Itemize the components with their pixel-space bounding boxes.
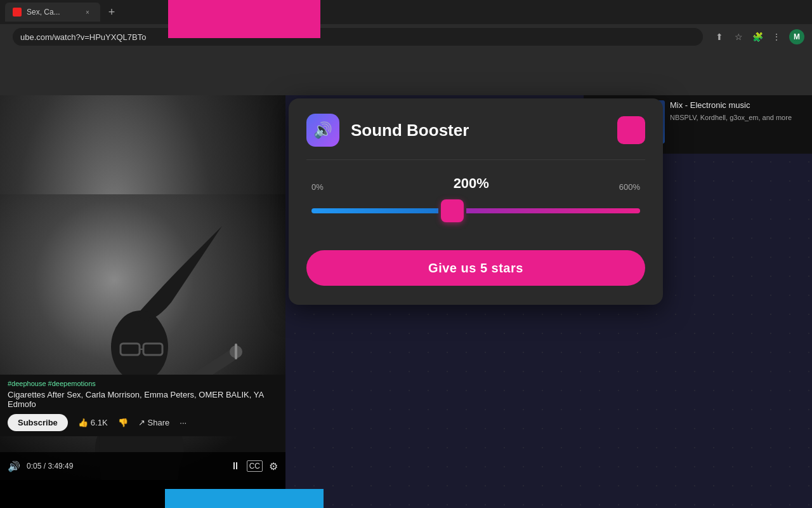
bookmark-icon[interactable]: ☆ xyxy=(732,30,745,43)
popup-toggle-button[interactable] xyxy=(617,116,645,144)
slider-filled-right xyxy=(466,208,640,213)
slider-labels: 0% 200% 600% xyxy=(311,175,640,192)
share-label: Share xyxy=(148,418,170,427)
more-actions-button[interactable]: ··· xyxy=(180,418,187,427)
slider-handle[interactable] xyxy=(441,199,464,222)
browser-tabs: Sex, Ca... × + xyxy=(0,0,812,24)
cc-button[interactable]: CC xyxy=(247,460,263,472)
share-icon[interactable]: ⬆ xyxy=(713,30,726,43)
new-tab-button[interactable]: + xyxy=(103,3,121,21)
address-bar[interactable]: ube.com/watch?v=HPuYXQL7BTo xyxy=(13,28,703,46)
top-pink-banner xyxy=(168,0,320,38)
video-player-area: 🔊 0:05 / 3:49:49 ⏸ CC ⚙ xyxy=(0,95,285,508)
settings-button[interactable]: ⚙ xyxy=(269,460,278,472)
popup-title: Sound Booster xyxy=(351,121,606,140)
volume-button[interactable]: 🔊 xyxy=(8,460,20,472)
video-title: Cigarettes After Sex, Carla Morrison, Em… xyxy=(8,390,278,409)
like-icon: 👍 xyxy=(78,418,88,427)
profile-avatar[interactable]: M xyxy=(789,29,804,44)
video-tags: #deephouse #deepemotions xyxy=(8,380,278,387)
sidebar-video-info: Mix - Electronic music NBSPLV, Kordhell,… xyxy=(670,100,792,144)
slider-current-label: 200% xyxy=(454,175,489,192)
sidebar-video-title: Mix - Electronic music xyxy=(670,100,792,111)
bottom-blue-banner xyxy=(165,489,324,508)
slider-filled-left xyxy=(311,208,438,213)
sound-booster-popup: 🔊 Sound Booster 0% 200% 600% Give us 5 s… xyxy=(289,98,663,305)
svg-rect-4 xyxy=(235,344,237,359)
tab-label: Sex, Ca... xyxy=(27,8,60,17)
like-button[interactable]: 👍 6.1K xyxy=(78,418,108,427)
browser-tab-active[interactable]: Sex, Ca... × xyxy=(5,3,100,22)
play-button[interactable]: ⏸ xyxy=(230,460,240,472)
video-controls[interactable]: 🔊 0:05 / 3:49:49 ⏸ CC ⚙ xyxy=(0,452,285,480)
more-icon[interactable]: ⋮ xyxy=(770,30,783,43)
like-count: 6.1K xyxy=(91,418,108,427)
volume-slider-track[interactable] xyxy=(311,197,640,225)
video-actions: Subscribe 👍 6.1K 👎 ↗ Share ··· xyxy=(8,414,278,431)
video-timestamp: 0:05 / 3:49:49 xyxy=(27,462,73,471)
speaker-icon: 🔊 xyxy=(313,121,332,139)
sidebar-channel-name: NBSPLV, Kordhell, g3ox_em, and more xyxy=(670,114,792,121)
address-text: ube.com/watch?v=HPuYXQL7BTo xyxy=(20,32,146,42)
browser-icons: ⬆ ☆ 🧩 ⋮ M xyxy=(713,29,804,44)
slider-min-label: 0% xyxy=(311,182,324,192)
slider-max-label: 600% xyxy=(619,182,640,192)
popup-slider-area: 0% 200% 600% xyxy=(289,160,663,235)
video-info-area: #deephouse #deepemotions Cigarettes Afte… xyxy=(0,375,285,436)
popup-header: 🔊 Sound Booster xyxy=(289,98,663,159)
tab-close-button[interactable]: × xyxy=(82,7,93,17)
extensions-icon[interactable]: 🧩 xyxy=(751,30,764,43)
tab-favicon xyxy=(13,8,22,17)
popup-app-icon: 🔊 xyxy=(306,114,339,147)
dislike-icon: 👎 xyxy=(118,418,128,427)
video-silhouette xyxy=(0,194,285,480)
share-button[interactable]: ↗ Share xyxy=(138,418,170,427)
browser-chrome: Sex, Ca... × + ube.com/watch?v=HPuYXQL7B… xyxy=(0,0,812,95)
subscribe-button[interactable]: Subscribe xyxy=(8,414,68,431)
dislike-button[interactable]: 👎 xyxy=(118,418,128,427)
share-icon: ↗ xyxy=(138,418,145,427)
give-stars-button[interactable]: Give us 5 stars xyxy=(306,250,645,286)
browser-controls: ube.com/watch?v=HPuYXQL7BTo ⬆ ☆ 🧩 ⋮ M xyxy=(0,24,812,50)
